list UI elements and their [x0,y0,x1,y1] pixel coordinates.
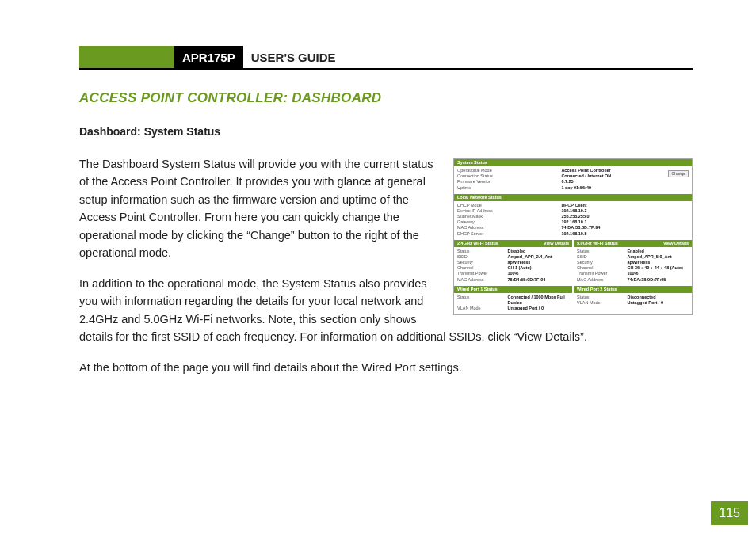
fig-label: VLAN Mode [577,300,627,306]
section-title: ACCESS POINT CONTROLLER: DASHBOARD [79,90,693,106]
fig-label: Status [577,295,627,300]
change-button[interactable]: Change [668,170,689,177]
fig-value: Enabled [627,249,689,254]
fig-label: MAC Address [577,277,627,283]
fig-value: 192.168.10.1 [561,219,689,225]
fig-value: Disabled [507,249,569,254]
fig-section-wifi-24: 2.4GHz Wi-Fi Status View Details [454,240,572,247]
fig-label: SSID [577,254,627,260]
page-number: 115 [711,501,748,525]
fig-label: VLAN Mode [457,306,507,311]
fig-value: Amped_APR_2.4_Ant [507,254,569,260]
header-guide-label: USER'S GUIDE [243,46,336,68]
fig-value: Untagged Port / 0 [627,300,689,306]
fig-value: 255.255.255.0 [561,214,689,219]
fig-value: Untagged Port / 0 [507,306,569,311]
fig-value: 192.168.10.3 [561,208,689,214]
fig-label: Subnet Mask [457,214,561,219]
fig-value: apWireless [507,260,569,265]
fig-value: 74:DA:38:8D:7F:94 [561,225,689,230]
fig-value: 1 day 01:56:49 [561,185,689,191]
header-model: APR175P [174,46,243,68]
fig-label: Status [457,295,507,306]
fig-wifi50-title: 5.0GHz Wi-Fi Status [577,241,618,246]
view-details-link[interactable]: View Details [544,241,569,246]
fig-value: 0.7.25 [561,179,689,185]
fig-label: Status [457,249,507,254]
dashboard-figure: System Status Change Operational ModeAcc… [453,158,693,315]
fig-value: 100% [627,271,689,276]
fig-section-system-status: System Status [454,159,692,166]
fig-label: Channel [457,265,507,271]
fig-value: CH 1 (Auto) [507,265,569,271]
fig-label: DHCP Mode [457,203,561,208]
header-accent-block [79,46,174,68]
fig-section-wifi-50: 5.0GHz Wi-Fi Status View Details [574,240,692,247]
fig-label: DHCP Server [457,231,561,237]
fig-label: Security [457,260,507,265]
fig-port2-title: Wired Port 2 Status [577,287,617,292]
fig-label: Firmware Version [457,179,561,185]
fig-label: Connection Status [457,173,561,179]
paragraph-3: At the bottom of the page you will find … [79,359,693,376]
fig-section-port1: Wired Port 1 Status [454,286,572,293]
body-text: System Status Change Operational ModeAcc… [79,155,693,376]
fig-label: Channel [577,265,627,271]
fig-value: 74:DA:38:9D:7F:05 [627,277,689,283]
fig-label: Status [577,249,627,254]
fig-value: Amped_APR_5.0_Ant [627,254,689,260]
fig-value: 192.168.10.5 [561,231,689,237]
fig-port1-title: Wired Port 1 Status [457,287,498,292]
fig-label: Device IP Address [457,208,561,214]
fig-label: SSID [457,254,507,260]
fig-label: MAC Address [457,277,507,283]
doc-header: APR175P USER'S GUIDE [79,46,693,70]
fig-value: 78:D4:55:9D:7F:04 [507,277,569,283]
fig-value: Disconnected [627,295,689,300]
fig-label: Uptime [457,185,561,191]
fig-local-net-title: Local Network Status [457,195,502,200]
fig-value: 100% [507,271,569,276]
fig-section-port2: Wired Port 2 Status [574,286,692,293]
fig-section-local-network: Local Network Status [454,194,692,201]
fig-label: Transmit Power [577,271,627,276]
fig-label: Operational Mode [457,168,561,173]
fig-value: Connected / 1000 Mbps Full Duplex [507,295,569,306]
fig-wifi24-title: 2.4GHz Wi-Fi Status [457,241,498,246]
fig-system-status-title: System Status [457,160,487,166]
fig-label: Security [577,260,627,265]
view-details-link[interactable]: View Details [663,241,689,246]
sub-title: Dashboard: System Status [79,125,693,138]
fig-label: MAC Address [457,225,561,230]
fig-label: Gateway [457,219,561,225]
fig-label: Transmit Power [457,271,507,276]
fig-value: DHCP Client [561,203,689,208]
fig-value: apWireless [627,260,689,265]
fig-value: CH 36 + 40 + 44 + 48 (Auto) [627,265,689,271]
